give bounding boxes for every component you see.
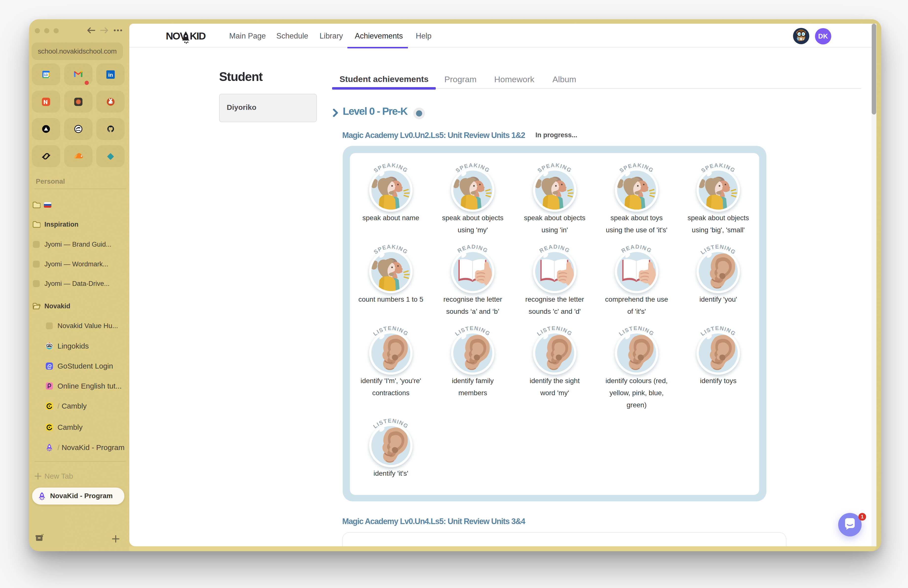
- svg-text:KID: KID: [190, 31, 206, 42]
- svg-text:13: 13: [44, 73, 48, 77]
- svg-text:in: in: [108, 72, 113, 78]
